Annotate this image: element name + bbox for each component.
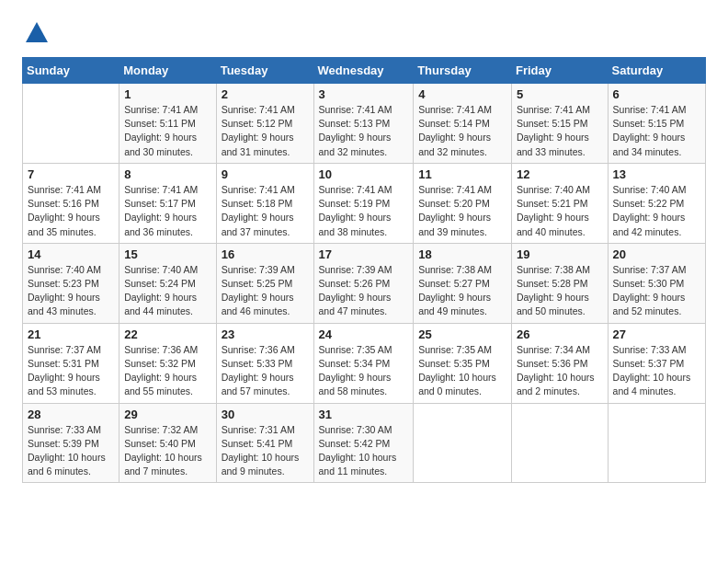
calendar-cell: 2Sunrise: 7:41 AMSunset: 5:12 PMDaylight… (216, 84, 313, 164)
day-info: Sunrise: 7:41 AMSunset: 5:16 PMDaylight:… (28, 183, 114, 239)
day-number: 26 (517, 327, 603, 341)
day-info: Sunrise: 7:41 AMSunset: 5:15 PMDaylight:… (613, 103, 700, 159)
calendar-cell: 9Sunrise: 7:41 AMSunset: 5:18 PMDaylight… (216, 163, 313, 243)
calendar-cell: 16Sunrise: 7:39 AMSunset: 5:25 PMDayligh… (216, 243, 313, 323)
calendar-cell (511, 403, 608, 483)
day-info: Sunrise: 7:38 AMSunset: 5:27 PMDaylight:… (418, 263, 506, 319)
day-number: 29 (124, 408, 210, 421)
calendar-table: SundayMondayTuesdayWednesdayThursdayFrid… (22, 57, 706, 483)
day-number: 1 (124, 87, 210, 101)
day-info: Sunrise: 7:33 AMSunset: 5:39 PMDaylight:… (28, 423, 114, 479)
calendar-cell: 22Sunrise: 7:36 AMSunset: 5:32 PMDayligh… (119, 323, 216, 403)
calendar-cell: 8Sunrise: 7:41 AMSunset: 5:17 PMDaylight… (119, 163, 216, 243)
day-number: 13 (613, 167, 700, 181)
day-number: 15 (124, 247, 210, 261)
day-info: Sunrise: 7:34 AMSunset: 5:36 PMDaylight:… (517, 343, 603, 399)
calendar-cell: 25Sunrise: 7:35 AMSunset: 5:35 PMDayligh… (414, 323, 512, 403)
day-info: Sunrise: 7:41 AMSunset: 5:18 PMDaylight:… (222, 183, 309, 239)
day-header-sunday: Sunday (23, 58, 119, 84)
calendar-cell: 27Sunrise: 7:33 AMSunset: 5:37 PMDayligh… (608, 323, 705, 403)
calendar-cell (608, 403, 705, 483)
calendar-cell: 5Sunrise: 7:41 AMSunset: 5:15 PMDaylight… (511, 84, 608, 164)
svg-marker-0 (26, 22, 48, 42)
day-number: 3 (319, 87, 409, 101)
day-info: Sunrise: 7:36 AMSunset: 5:33 PMDaylight:… (222, 343, 309, 399)
day-info: Sunrise: 7:39 AMSunset: 5:25 PMDaylight:… (222, 263, 309, 319)
day-number: 24 (319, 327, 409, 341)
logo (22, 18, 55, 48)
day-info: Sunrise: 7:35 AMSunset: 5:34 PMDaylight:… (319, 343, 409, 399)
day-info: Sunrise: 7:40 AMSunset: 5:21 PMDaylight:… (517, 183, 603, 239)
calendar-cell: 10Sunrise: 7:41 AMSunset: 5:19 PMDayligh… (313, 163, 414, 243)
day-number: 25 (418, 327, 506, 341)
day-number: 6 (613, 87, 700, 101)
calendar-cell: 26Sunrise: 7:34 AMSunset: 5:36 PMDayligh… (511, 323, 608, 403)
calendar-cell: 19Sunrise: 7:38 AMSunset: 5:28 PMDayligh… (511, 243, 608, 323)
calendar-week-2: 7Sunrise: 7:41 AMSunset: 5:16 PMDaylight… (23, 163, 706, 243)
day-number: 14 (28, 247, 114, 261)
day-header-saturday: Saturday (608, 58, 705, 84)
day-info: Sunrise: 7:37 AMSunset: 5:30 PMDaylight:… (613, 263, 700, 319)
day-number: 23 (222, 327, 309, 341)
logo-icon (22, 18, 51, 48)
day-number: 16 (222, 247, 309, 261)
calendar-cell: 31Sunrise: 7:30 AMSunset: 5:42 PMDayligh… (313, 403, 414, 483)
day-number: 11 (418, 167, 506, 181)
day-header-tuesday: Tuesday (216, 58, 313, 84)
calendar-week-1: 1Sunrise: 7:41 AMSunset: 5:11 PMDaylight… (23, 84, 706, 164)
calendar-cell: 13Sunrise: 7:40 AMSunset: 5:22 PMDayligh… (608, 163, 705, 243)
calendar-week-4: 21Sunrise: 7:37 AMSunset: 5:31 PMDayligh… (23, 323, 706, 403)
day-number: 17 (319, 247, 409, 261)
day-info: Sunrise: 7:41 AMSunset: 5:13 PMDaylight:… (319, 103, 409, 159)
calendar-cell: 15Sunrise: 7:40 AMSunset: 5:24 PMDayligh… (119, 243, 216, 323)
calendar-cell: 4Sunrise: 7:41 AMSunset: 5:14 PMDaylight… (414, 84, 512, 164)
calendar-cell: 11Sunrise: 7:41 AMSunset: 5:20 PMDayligh… (414, 163, 512, 243)
calendar-cell: 1Sunrise: 7:41 AMSunset: 5:11 PMDaylight… (119, 84, 216, 164)
day-info: Sunrise: 7:37 AMSunset: 5:31 PMDaylight:… (28, 343, 114, 399)
calendar-week-3: 14Sunrise: 7:40 AMSunset: 5:23 PMDayligh… (23, 243, 706, 323)
day-info: Sunrise: 7:40 AMSunset: 5:23 PMDaylight:… (28, 263, 114, 319)
day-number: 18 (418, 247, 506, 261)
calendar-cell: 7Sunrise: 7:41 AMSunset: 5:16 PMDaylight… (23, 163, 119, 243)
day-number: 5 (517, 87, 603, 101)
calendar-cell: 6Sunrise: 7:41 AMSunset: 5:15 PMDaylight… (608, 84, 705, 164)
day-number: 19 (517, 247, 603, 261)
day-info: Sunrise: 7:41 AMSunset: 5:15 PMDaylight:… (517, 103, 603, 159)
day-info: Sunrise: 7:36 AMSunset: 5:32 PMDaylight:… (124, 343, 210, 399)
calendar-cell: 20Sunrise: 7:37 AMSunset: 5:30 PMDayligh… (608, 243, 705, 323)
day-info: Sunrise: 7:40 AMSunset: 5:24 PMDaylight:… (124, 263, 210, 319)
calendar-cell: 24Sunrise: 7:35 AMSunset: 5:34 PMDayligh… (313, 323, 414, 403)
day-number: 10 (319, 167, 409, 181)
calendar-cell: 17Sunrise: 7:39 AMSunset: 5:26 PMDayligh… (313, 243, 414, 323)
day-info: Sunrise: 7:31 AMSunset: 5:41 PMDaylight:… (222, 423, 309, 479)
calendar-cell (23, 84, 119, 164)
day-info: Sunrise: 7:35 AMSunset: 5:35 PMDaylight:… (418, 343, 506, 399)
day-info: Sunrise: 7:41 AMSunset: 5:12 PMDaylight:… (222, 103, 309, 159)
day-number: 12 (517, 167, 603, 181)
day-number: 28 (28, 408, 114, 421)
day-number: 2 (222, 87, 309, 101)
day-info: Sunrise: 7:30 AMSunset: 5:42 PMDaylight:… (319, 423, 409, 479)
day-number: 4 (418, 87, 506, 101)
day-number: 9 (222, 167, 309, 181)
calendar-cell: 30Sunrise: 7:31 AMSunset: 5:41 PMDayligh… (216, 403, 313, 483)
header (22, 18, 706, 48)
calendar-cell: 14Sunrise: 7:40 AMSunset: 5:23 PMDayligh… (23, 243, 119, 323)
calendar-cell: 12Sunrise: 7:40 AMSunset: 5:21 PMDayligh… (511, 163, 608, 243)
day-info: Sunrise: 7:41 AMSunset: 5:14 PMDaylight:… (418, 103, 506, 159)
day-number: 21 (28, 327, 114, 341)
calendar-cell: 28Sunrise: 7:33 AMSunset: 5:39 PMDayligh… (23, 403, 119, 483)
day-info: Sunrise: 7:39 AMSunset: 5:26 PMDaylight:… (319, 263, 409, 319)
day-header-wednesday: Wednesday (313, 58, 414, 84)
calendar-cell (414, 403, 512, 483)
calendar-cell: 18Sunrise: 7:38 AMSunset: 5:27 PMDayligh… (414, 243, 512, 323)
calendar-week-5: 28Sunrise: 7:33 AMSunset: 5:39 PMDayligh… (23, 403, 706, 483)
calendar-cell: 3Sunrise: 7:41 AMSunset: 5:13 PMDaylight… (313, 84, 414, 164)
day-info: Sunrise: 7:40 AMSunset: 5:22 PMDaylight:… (613, 183, 700, 239)
day-info: Sunrise: 7:41 AMSunset: 5:17 PMDaylight:… (124, 183, 210, 239)
day-info: Sunrise: 7:41 AMSunset: 5:11 PMDaylight:… (124, 103, 210, 159)
calendar-cell: 21Sunrise: 7:37 AMSunset: 5:31 PMDayligh… (23, 323, 119, 403)
day-header-friday: Friday (511, 58, 608, 84)
calendar-cell: 29Sunrise: 7:32 AMSunset: 5:40 PMDayligh… (119, 403, 216, 483)
calendar-cell: 23Sunrise: 7:36 AMSunset: 5:33 PMDayligh… (216, 323, 313, 403)
